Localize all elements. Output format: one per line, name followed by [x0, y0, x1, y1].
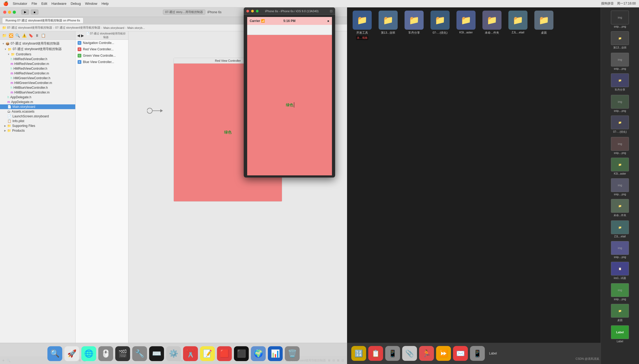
search-icon[interactable]: 🔍	[15, 33, 20, 38]
rp-item-10[interactable]: 📁 ZJL...etail	[602, 219, 638, 239]
tree-file-hmgreen-m[interactable]: m HMGreenViewController.m	[0, 81, 75, 85]
menu-window[interactable]: Window	[85, 2, 97, 6]
dock-safari[interactable]: 🌐	[81, 346, 96, 361]
dock-prefs[interactable]: ⚙️	[166, 346, 181, 361]
rbb-icon-1[interactable]: 📋	[368, 346, 383, 361]
sim-resize-icon[interactable]: ⊡	[330, 9, 332, 13]
rbb-icon-2[interactable]: 📱	[385, 346, 400, 361]
dock-terminal[interactable]: ⌨️	[149, 346, 164, 361]
menu-file[interactable]: File	[32, 2, 37, 6]
rp-item-14[interactable]: 📁 桌面	[602, 303, 638, 323]
desktop-item-kaifagongju[interactable]: 📁 开发工具 未…视频	[350, 11, 374, 361]
dock-launchpad[interactable]: 🚀	[64, 346, 79, 361]
run-button[interactable]: ▶	[21, 10, 29, 15]
dock-xmind[interactable]: ✂️	[183, 346, 198, 361]
sim-minimize-button[interactable]	[251, 10, 254, 12]
apple-menu[interactable]: 🍎	[3, 1, 8, 6]
nav-navigation-controller[interactable]: N Navigation Controlle...	[76, 40, 128, 46]
nav-red-view-controller[interactable]: R Red View Controller...	[76, 46, 128, 52]
desktop-item-1[interactable]: 📁 第13...业班	[376, 11, 400, 361]
tree-assets[interactable]: 🗂 Assets.xcassets	[0, 109, 75, 114]
tree-root-project[interactable]: ▼ 📦 07-通过 storyboard使用导航控制器	[0, 41, 75, 46]
tree-controllers-group[interactable]: ▼ 📁 Controllers	[0, 52, 75, 57]
rp-item-12[interactable]: 📋 ios1...试题	[602, 261, 638, 281]
sim-maximize-button[interactable]	[256, 10, 259, 12]
rp-item-3[interactable]: 📁 车丹分享	[602, 72, 638, 93]
tree-main-storyboard[interactable]: 📄 Main.storyboard	[0, 104, 75, 109]
dock-mouse[interactable]: 🖱️	[98, 346, 113, 361]
bc-part-1[interactable]: 📁 07-通过 storyboard使用导航控制器	[2, 26, 52, 30]
dock-keynote[interactable]: 📊	[268, 346, 283, 361]
rp-item-0[interactable]: img snip....png	[602, 10, 638, 29]
nav-forward-button[interactable]: ▶	[81, 33, 84, 38]
dock-imovie[interactable]: 🎬	[115, 346, 130, 361]
dock-app1[interactable]: 🟥	[217, 346, 232, 361]
source-icon[interactable]: 🔀	[9, 33, 13, 38]
close-button[interactable]	[3, 11, 6, 14]
tree-file-hmgreen-h[interactable]: h HMGreenViewController.h	[0, 76, 75, 81]
dock-notes[interactable]: 📝	[200, 346, 215, 361]
rp-item-15[interactable]: Label Label	[602, 324, 638, 344]
bookmark-icon[interactable]: 🔖	[29, 33, 33, 38]
tree-file-hmred-h-1[interactable]: h HMRedViewController.h	[0, 57, 75, 61]
rp-item-6[interactable]: img snip....png	[602, 136, 638, 156]
sim-close-button[interactable]	[246, 10, 249, 12]
menu-simulator[interactable]: Simulator	[13, 2, 27, 6]
tree-file-hmred-m-2[interactable]: m HMRedViewController.m	[0, 71, 75, 76]
nav-back-button[interactable]: ◀	[77, 33, 80, 38]
tree-launch-screen[interactable]: 📄 LaunchScreen.storyboard	[0, 114, 75, 119]
desktop-item-2[interactable]: 📁 车丹分享	[402, 11, 426, 361]
rbb-icon-7[interactable]: 📱	[470, 346, 485, 361]
menu-debug[interactable]: Debug	[71, 2, 81, 6]
menu-help[interactable]: Help	[101, 2, 109, 6]
tree-project-group[interactable]: ▼ 📁 07-通过 storyboard使用导航控制器	[0, 46, 75, 52]
desktop-item-4[interactable]: 📁 KSl...aster	[454, 11, 478, 361]
folder-icon[interactable]: 📁	[2, 33, 7, 38]
tree-appdelegate-m[interactable]: m AppDelegate.m	[0, 100, 75, 104]
desktop-item-7[interactable]: 📁 桌面	[532, 11, 556, 361]
tab-running[interactable]: Running 07-通过 storyboard使用导航控制器 on iPhon…	[2, 17, 83, 24]
minimize-button[interactable]	[8, 11, 11, 14]
rbb-icon-0[interactable]: 🔢	[351, 346, 366, 361]
desktop-item-3[interactable]: 📁 07-…(优化)	[428, 11, 452, 361]
tree-file-hmblue-m[interactable]: m HMBlueViewController.m	[0, 90, 75, 95]
fullscreen-button[interactable]	[13, 11, 16, 14]
tree-info-plist[interactable]: 📋 Info.plist	[0, 119, 75, 123]
rp-item-1[interactable]: 📁 第13...业班	[602, 30, 638, 51]
menu-edit[interactable]: Edit	[41, 2, 47, 6]
tree-file-hmred-m-1[interactable]: m HMRedViewController.m	[0, 61, 75, 66]
sim-content[interactable]: 绿色	[247, 35, 332, 175]
bc-part-3[interactable]: Main.storyboard	[103, 26, 124, 29]
desktop-item-5[interactable]: 📁 未命...件夹	[480, 11, 504, 361]
rp-item-8[interactable]: img snip....png	[602, 177, 638, 197]
rp-item-9[interactable]: 📁 未命...件夹	[602, 198, 638, 218]
menu-hardware[interactable]: Hardware	[51, 2, 66, 6]
breakpoint-icon[interactable]: ⏸	[35, 33, 39, 38]
tree-file-hmblue-h[interactable]: h HMBlueViewController.h	[0, 85, 75, 90]
dock-finder[interactable]: 🔍	[47, 346, 62, 361]
rp-item-2[interactable]: img snip....png	[602, 52, 638, 71]
rp-item-4[interactable]: img snip....png	[602, 94, 638, 113]
scheme-selector[interactable]: 07-通过 story....用导航控制器	[163, 10, 205, 15]
bc-part-2[interactable]: 07-通过 storyboard使用导航控制器	[55, 26, 100, 30]
rp-item-11[interactable]: img snip....png	[602, 240, 638, 260]
tree-appdelegate-h[interactable]: h AppDelegate.h	[0, 95, 75, 100]
dock-browser[interactable]: 🌍	[251, 346, 266, 361]
tree-products[interactable]: ▶ 📁 Products	[0, 128, 75, 133]
stop-button[interactable]: ■	[31, 10, 38, 15]
rbb-icon-6[interactable]: ✉️	[453, 346, 468, 361]
warning-icon[interactable]: ⚠️	[22, 33, 26, 38]
rp-item-5[interactable]: 📁 07-…(优化)	[602, 114, 638, 135]
nav-blue-view-controller[interactable]: B Blue View Controller...	[76, 59, 128, 65]
rbb-icon-5[interactable]: ⏩	[436, 346, 451, 361]
dock-trash[interactable]: 🗑️	[285, 346, 300, 361]
bc-part-4[interactable]: Main.storyb...	[127, 26, 145, 29]
rbb-icon-3[interactable]: 📎	[402, 346, 417, 361]
rp-item-7[interactable]: 📁 KSl...aster	[602, 157, 638, 176]
nav-green-view-controller[interactable]: G Green View Controlle...	[76, 52, 128, 59]
tree-file-hmred-h-2[interactable]: h HMRedViewController.h	[0, 66, 75, 71]
rbb-icon-4[interactable]: 🏃	[419, 346, 434, 361]
desktop-item-6[interactable]: 📁 ZJL...etail	[506, 11, 530, 361]
rp-item-13[interactable]: img snip....png	[602, 282, 638, 302]
tree-supporting-files[interactable]: ▶ 📁 Supporting Files	[0, 123, 75, 128]
